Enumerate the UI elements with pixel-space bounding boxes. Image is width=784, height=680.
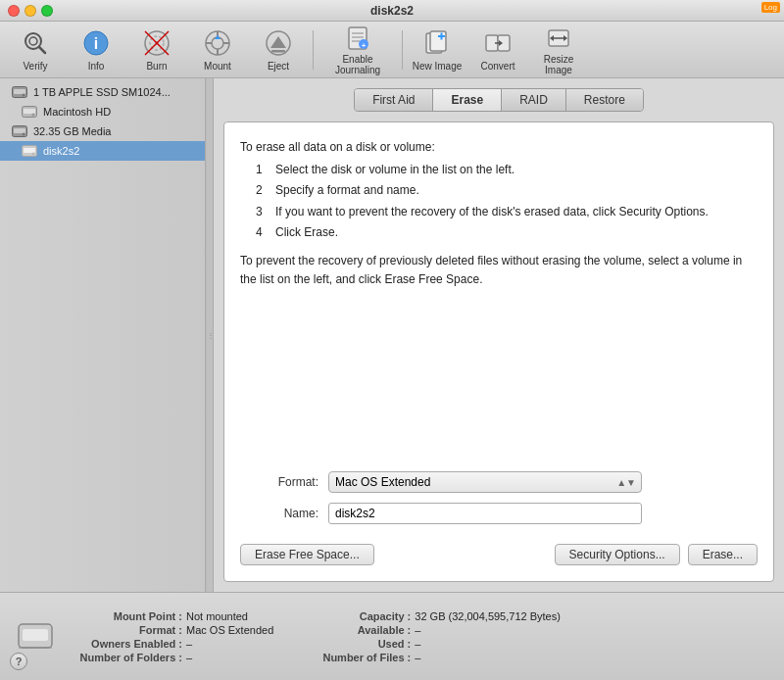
used-label: Used :	[303, 638, 411, 650]
toolbar-eject-label: Eject	[268, 61, 289, 72]
erase-step-4: 4 Click Erase.	[256, 223, 758, 242]
sidebar-item-disk1[interactable]: 1 TB APPLE SSD SM1024...	[0, 82, 205, 102]
help-button[interactable]: ?	[10, 653, 27, 670]
toolbar-verify[interactable]: Verify	[6, 24, 65, 75]
close-button[interactable]	[8, 5, 20, 17]
toolbar-resize-image[interactable]: Resize Image	[529, 24, 588, 75]
svg-rect-45	[14, 128, 25, 133]
toolbar-burn-label: Burn	[146, 61, 167, 72]
sidebar-item-media[interactable]: 32.35 GB Media	[0, 121, 205, 141]
available-row: Available : –	[303, 624, 561, 636]
name-input[interactable]	[328, 503, 642, 524]
sidebar: 1 TB APPLE SSD SM1024... Macintosh HD 32…	[0, 78, 206, 592]
available-value: –	[415, 624, 420, 636]
mount-point-value: Not mounted	[186, 610, 248, 622]
used-value: –	[415, 638, 420, 650]
mount-point-row: Mount Point : Not mounted	[74, 610, 273, 622]
erase-tab-content: To erase all data on a disk or volume: 1…	[223, 121, 774, 582]
sidebar-item-machd-label: Macintosh HD	[43, 106, 111, 118]
capacity-value: 32 GB (32,004,595,712 Bytes)	[415, 610, 561, 622]
status-left-col: Mount Point : Not mounted Format : Mac O…	[74, 610, 273, 663]
erase-instructions: To erase all data on a disk or volume: 1…	[240, 138, 758, 293]
security-options-button[interactable]: Security Options...	[555, 544, 680, 565]
svg-text:+: +	[362, 41, 367, 50]
svg-rect-39	[14, 89, 25, 94]
toolbar-verify-label: Verify	[23, 61, 47, 72]
toolbar-resize-image-label: Resize Image	[531, 54, 586, 75]
erase-form: Format: Mac OS Extended Mac OS Extended …	[240, 461, 758, 534]
main-layout: 1 TB APPLE SSD SM1024... Macintosh HD 32…	[0, 78, 784, 592]
maximize-button[interactable]	[41, 5, 53, 17]
name-label: Name:	[240, 507, 318, 520]
format-status-value: Mac OS Extended	[186, 624, 273, 636]
toolbar-mount-label: Mount	[204, 61, 231, 72]
svg-text:i: i	[94, 35, 98, 52]
btn-group-right: Security Options... Erase...	[555, 544, 758, 565]
erase-button[interactable]: Erase...	[688, 544, 758, 565]
format-select[interactable]: Mac OS Extended Mac OS Extended (Journal…	[328, 471, 642, 493]
files-row: Number of Files : –	[303, 652, 561, 663]
eject-icon	[263, 28, 294, 59]
folders-value: –	[186, 652, 192, 663]
available-label: Available :	[303, 624, 411, 636]
tab-erase[interactable]: Erase	[433, 89, 502, 111]
enable-journaling-icon: +	[342, 24, 373, 52]
tab-restore[interactable]: Restore	[566, 89, 643, 111]
status-right-col: Capacity : 32 GB (32,004,595,712 Bytes) …	[303, 610, 561, 663]
minimize-button[interactable]	[24, 5, 36, 17]
tab-first-aid[interactable]: First Aid	[355, 89, 433, 111]
folders-row: Number of Folders : –	[74, 652, 273, 663]
toolbar-eject[interactable]: Eject	[249, 24, 308, 75]
sidebar-item-media-label: 32.35 GB Media	[33, 125, 112, 137]
format-label: Format:	[240, 475, 318, 489]
svg-rect-51	[23, 629, 48, 641]
tab-raid[interactable]: RAID	[502, 89, 566, 111]
format-status-label: Format :	[74, 624, 182, 636]
sidebar-item-machd[interactable]: Macintosh HD	[0, 102, 205, 121]
toolbar: Verify i Info Burn	[0, 22, 784, 78]
svg-marker-18	[270, 36, 286, 48]
toolbar-info[interactable]: i Info	[67, 24, 125, 75]
owners-value: –	[186, 638, 192, 650]
erase-step-1: 1 Select the disk or volume in the list …	[256, 161, 758, 179]
toolbar-info-label: Info	[88, 61, 105, 72]
erase-free-space-button[interactable]: Erase Free Space...	[240, 544, 374, 565]
resize-handle[interactable]: ⋮	[206, 78, 214, 592]
convert-icon	[482, 28, 514, 59]
vol2-icon	[22, 144, 37, 158]
title-bar: disk2s2 Log	[0, 0, 784, 22]
sidebar-item-disk2s2[interactable]: disk2s2	[0, 141, 205, 161]
sidebar-item-disk1-label: 1 TB APPLE SSD SM1024...	[33, 86, 171, 98]
toolbar-burn[interactable]: Burn	[127, 24, 186, 75]
sidebar-item-disk2s2-label: disk2s2	[43, 145, 79, 157]
svg-rect-27	[430, 31, 446, 51]
toolbar-convert[interactable]: Convert	[468, 24, 527, 75]
format-status-row: Format : Mac OS Extended	[74, 624, 273, 636]
toolbar-divider-1	[313, 30, 314, 70]
erase-intro: To erase all data on a disk or volume:	[240, 138, 758, 157]
name-row: Name:	[240, 503, 758, 524]
erase-note: To prevent the recovery of previously de…	[240, 252, 758, 289]
toolbar-enable-journaling[interactable]: + Enable Journaling	[318, 24, 397, 75]
hdd-icon	[12, 85, 27, 99]
toolbar-new-image[interactable]: New Image	[408, 24, 466, 75]
files-label: Number of Files :	[303, 652, 411, 663]
svg-point-2	[29, 37, 37, 45]
toolbar-mount[interactable]: Mount	[188, 24, 247, 75]
resize-image-icon	[543, 24, 574, 52]
owners-label: Owners Enabled :	[74, 638, 182, 650]
files-value: –	[415, 652, 420, 663]
svg-point-40	[23, 94, 25, 97]
svg-rect-42	[24, 109, 35, 114]
capacity-label: Capacity :	[303, 610, 411, 622]
svg-rect-48	[24, 148, 35, 153]
svg-line-1	[39, 47, 45, 53]
window-title: disk2s2	[370, 4, 414, 18]
status-info: Mount Point : Not mounted Format : Mac O…	[74, 610, 768, 663]
tab-group: First Aid Erase RAID Restore	[354, 88, 644, 112]
toolbar-convert-label: Convert	[480, 61, 514, 72]
burn-icon	[141, 28, 172, 59]
log-badge[interactable]: Log	[761, 2, 780, 13]
new-image-icon	[421, 28, 453, 59]
window-controls[interactable]	[8, 5, 53, 17]
